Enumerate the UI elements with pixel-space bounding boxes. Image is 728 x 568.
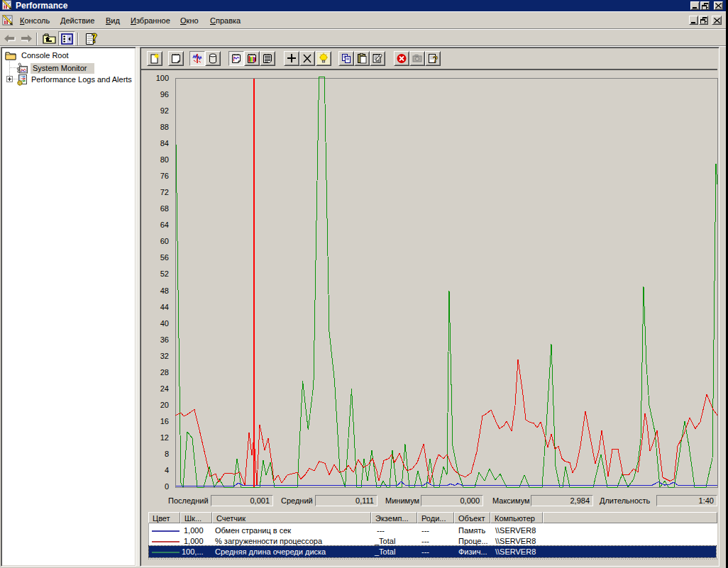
svg-text:?: ? (433, 55, 438, 65)
